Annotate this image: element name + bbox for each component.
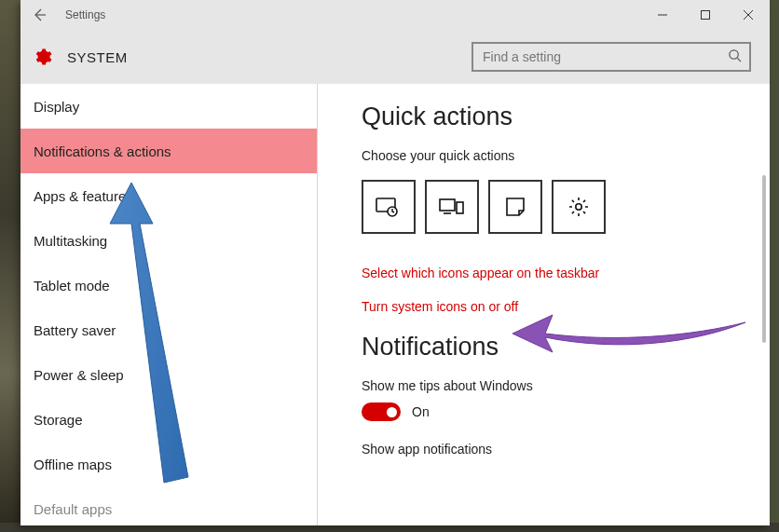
sidebar-item-storage[interactable]: Storage — [20, 397, 317, 442]
toggle-knob — [387, 407, 397, 417]
quick-actions-subtext: Choose your quick actions — [362, 148, 753, 163]
desktop-background-left — [0, 0, 20, 532]
search-input[interactable] — [483, 49, 728, 64]
sidebar-item-notifications-actions[interactable]: Notifications & actions — [20, 129, 317, 173]
body: Display Notifications & actions Apps & f… — [20, 84, 770, 525]
sidebar-item-tablet-mode[interactable]: Tablet mode — [20, 263, 317, 307]
link-taskbar-icons[interactable]: Select which icons appear on the taskbar — [362, 266, 753, 280]
minimize-button[interactable] — [641, 1, 684, 29]
quick-action-tile-connect[interactable] — [425, 180, 479, 234]
sidebar-item-default-apps[interactable]: Default apps — [20, 486, 317, 525]
quick-action-tile-tablet-mode[interactable] — [362, 180, 416, 234]
svg-point-11 — [576, 204, 581, 210]
connect-devices-icon — [439, 197, 465, 217]
notifications-heading: Notifications — [362, 333, 753, 361]
sidebar-item-label: Notifications & actions — [34, 143, 171, 159]
arrow-left-icon — [32, 7, 47, 22]
sidebar: Display Notifications & actions Apps & f… — [20, 84, 317, 525]
settings-window: Settings SYSTEM Display Noti — [20, 0, 770, 525]
sidebar-item-apps-features[interactable]: Apps & features — [20, 173, 317, 218]
sidebar-item-label: Apps & features — [34, 188, 133, 204]
window-title: Settings — [65, 8, 105, 21]
toggle-row-tips: Show me tips about Windows On — [362, 378, 753, 421]
sidebar-item-battery-saver[interactable]: Battery saver — [20, 307, 317, 352]
svg-rect-9 — [457, 202, 463, 213]
svg-line-5 — [737, 58, 741, 61]
toggle-state-tips: On — [412, 404, 430, 419]
note-icon — [505, 197, 526, 217]
sidebar-item-label: Display — [34, 99, 79, 115]
titlebar: Settings — [20, 0, 770, 30]
sidebar-item-label: Battery saver — [34, 322, 116, 338]
sidebar-item-display[interactable]: Display — [20, 84, 317, 129]
back-button[interactable] — [26, 2, 52, 28]
toggle-label-tips: Show me tips about Windows — [362, 378, 753, 393]
sidebar-item-label: Offline maps — [34, 457, 112, 472]
section-title: SYSTEM — [67, 49, 128, 65]
maximize-button[interactable] — [684, 1, 727, 29]
sidebar-item-offline-maps[interactable]: Offline maps — [20, 442, 317, 486]
sidebar-item-label: Storage — [34, 412, 83, 428]
window-controls — [641, 1, 770, 29]
quick-action-tile-note[interactable] — [488, 180, 542, 234]
svg-rect-8 — [440, 199, 455, 211]
sidebar-item-multitasking[interactable]: Multitasking — [20, 218, 317, 263]
quick-action-tiles — [362, 180, 753, 234]
close-icon — [744, 10, 753, 20]
settings-gear-icon — [32, 47, 52, 67]
close-button[interactable] — [727, 1, 770, 29]
quick-action-tile-all-settings[interactable] — [552, 180, 606, 234]
quick-actions-heading: Quick actions — [362, 102, 753, 131]
sidebar-item-label: Tablet mode — [34, 278, 110, 293]
link-system-icons[interactable]: Turn system icons on or off — [362, 299, 753, 314]
tablet-touch-icon — [376, 196, 402, 218]
sidebar-item-power-sleep[interactable]: Power & sleep — [20, 352, 317, 397]
search-icon — [728, 48, 742, 66]
sidebar-item-label: Default apps — [34, 501, 112, 517]
toggle-row-app-notifications: Show app notifications — [362, 442, 753, 457]
search-box[interactable] — [472, 42, 751, 72]
toggle-label-app-notifications: Show app notifications — [362, 442, 753, 457]
svg-rect-1 — [702, 11, 710, 20]
sidebar-item-label: Power & sleep — [34, 367, 124, 383]
gear-icon — [567, 196, 590, 218]
toggle-switch-tips[interactable] — [362, 402, 401, 421]
maximize-icon — [701, 10, 710, 20]
content-pane: Quick actions Choose your quick actions … — [317, 84, 770, 525]
minimize-icon — [658, 10, 667, 20]
header: SYSTEM — [20, 30, 770, 84]
content-scrollbar[interactable] — [762, 175, 766, 343]
sidebar-item-label: Multitasking — [34, 233, 107, 249]
svg-point-4 — [730, 49, 738, 58]
